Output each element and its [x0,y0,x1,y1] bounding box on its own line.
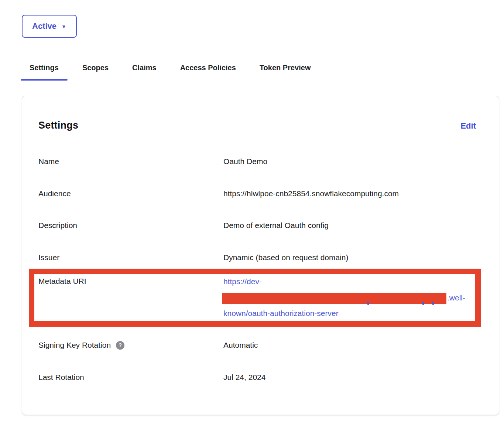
issuer-label: Issuer [38,253,59,262]
metadata-uri-link[interactable]: .well- [447,293,465,302]
metadata-uri-line-2: .well- [223,293,465,302]
redaction-bar [222,293,446,304]
last-rotation-label: Last Rotation [38,373,84,382]
card-title: Settings [38,120,78,131]
redacted-text-descender [422,302,424,305]
redacted-text-descender [367,302,369,305]
tab-token-preview-label: Token Preview [260,64,311,72]
tab-bar: Settings Scopes Claims Access Policies T… [21,55,504,80]
redacted-text-descender [432,302,434,305]
issuer-value: Dynamic (based on request domain) [223,253,349,262]
signing-key-rotation-label: Signing Key Rotation ? [38,341,124,350]
tab-settings-label: Settings [30,64,59,72]
tab-access-policies[interactable]: Access Policies [171,55,245,80]
metadata-uri-link[interactable]: https://dev- [223,277,262,286]
edit-link[interactable]: Edit [460,121,476,131]
metadata-uri-value: https://dev- .well- known/oauth-authoriz… [223,277,465,324]
tab-access-policies-label: Access Policies [180,64,236,72]
tab-claims-label: Claims [132,64,157,72]
name-label: Name [38,157,59,166]
tab-scopes-label: Scopes [82,64,109,72]
metadata-uri-line-1: https://dev- [223,277,465,286]
last-rotation-value: Jul 24, 2024 [223,373,265,382]
description-label: Description [38,221,77,230]
tab-claims[interactable]: Claims [123,55,165,80]
signing-key-rotation-text: Signing Key Rotation [38,341,111,350]
metadata-uri-link[interactable]: known/oauth-authorization-server [223,309,339,317]
tab-token-preview[interactable]: Token Preview [251,55,320,80]
description-value: Demo of external Oauth config [223,221,329,230]
audience-value: https://hlwlpoe-cnb25854.snowflakecomput… [223,189,399,198]
name-value: Oauth Demo [223,157,267,166]
signing-key-rotation-value: Automatic [223,341,258,350]
tab-scopes[interactable]: Scopes [73,55,117,80]
status-dropdown-button[interactable]: Active ▼ [22,15,77,38]
settings-card: Settings Edit Name Oauth Demo Audience h… [22,96,499,415]
page: Active ▼ Settings Scopes Claims Access P… [0,0,504,432]
audience-label: Audience [38,189,71,198]
tab-settings[interactable]: Settings [21,55,68,80]
metadata-uri-label: Metadata URI [38,277,86,286]
metadata-uri-line-3: known/oauth-authorization-server [223,309,465,318]
help-icon[interactable]: ? [116,341,124,350]
chevron-down-icon: ▼ [61,24,66,29]
status-dropdown-label: Active [32,21,56,31]
